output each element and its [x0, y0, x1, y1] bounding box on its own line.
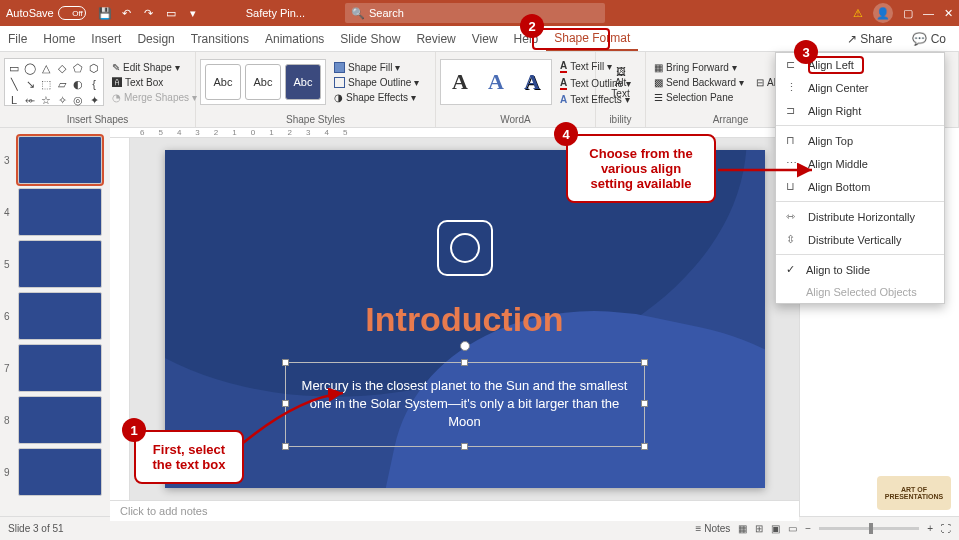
group-shape-styles: Abc Abc Abc Shape Fill ▾ Shape Outline ▾…	[196, 52, 436, 127]
title-bar: AutoSave Off 💾 ↶ ↷ ▭ ▾ Safety Pin... 🔍 S…	[0, 0, 959, 26]
slide-thumbnail[interactable]: 8	[4, 396, 106, 444]
selected-text-box[interactable]: Mercury is the closest planet to the Sun…	[285, 362, 645, 447]
tab-slideshow[interactable]: Slide Show	[332, 26, 408, 51]
align-center-item[interactable]: ⋮Align Center	[776, 76, 944, 99]
view-sorter-icon[interactable]: ⊞	[755, 523, 763, 534]
autosave-toggle[interactable]: AutoSave Off	[0, 6, 92, 20]
selection-pane-button[interactable]: ☰ Selection Pane	[650, 91, 748, 104]
search-icon: 🔍	[351, 7, 365, 20]
group-insert-shapes-label: Insert Shapes	[0, 112, 195, 127]
slide-thumbnail[interactable]: 9	[4, 448, 106, 496]
slide-hero-icon[interactable]	[437, 220, 493, 276]
document-title: Safety Pin...	[246, 7, 305, 19]
annotation-badge-3: 3	[794, 40, 818, 64]
resize-handle[interactable]	[282, 443, 289, 450]
resize-handle[interactable]	[641, 400, 648, 407]
slide-thumbnail[interactable]: 5	[4, 240, 106, 288]
tab-animations[interactable]: Animations	[257, 26, 332, 51]
quick-access-toolbar: 💾 ↶ ↷ ▭ ▾	[92, 6, 206, 20]
group-shape-styles-label: Shape Styles	[196, 112, 435, 127]
annotation-badge-4: 4	[554, 122, 578, 146]
slide-thumbnail[interactable]: 6	[4, 292, 106, 340]
notes-toggle[interactable]: ≡ Notes	[696, 523, 731, 534]
align-dropdown-menu: ⊏Align Left ⋮Align Center ⊐Align Right ⊓…	[775, 52, 945, 304]
slide-thumbnails-panel[interactable]: 3 4 5 6 7 8 9	[0, 128, 110, 516]
view-slideshow-icon[interactable]: ▭	[788, 523, 797, 534]
group-accessibility-label: ibility	[596, 112, 645, 127]
qat-more-icon[interactable]: ▾	[186, 6, 200, 20]
tab-transitions[interactable]: Transitions	[183, 26, 257, 51]
zoom-in-icon[interactable]: +	[927, 523, 933, 534]
tab-review[interactable]: Review	[408, 26, 463, 51]
tab-view[interactable]: View	[464, 26, 506, 51]
alt-text-button[interactable]: 🖼Alt Text	[611, 66, 629, 99]
group-accessibility: 🖼Alt Text ibility	[596, 52, 646, 127]
align-top-item[interactable]: ⊓Align Top	[776, 129, 944, 152]
tab-home[interactable]: Home	[35, 26, 83, 51]
zoom-out-icon[interactable]: −	[805, 523, 811, 534]
rotation-handle[interactable]	[460, 341, 470, 351]
slide-counter: Slide 3 of 51	[8, 523, 64, 534]
slide-title[interactable]: Introduction	[165, 300, 765, 339]
slide-thumbnail[interactable]: 3	[4, 136, 106, 184]
tab-design[interactable]: Design	[129, 26, 182, 51]
shape-fill-button[interactable]: Shape Fill ▾	[330, 61, 423, 74]
distribute-horizontal-item[interactable]: ⇿Distribute Horizontally	[776, 205, 944, 228]
shape-gallery[interactable]: ▭◯△◇⬠⬡ ╲↘⬚▱◐{ L⬰☆✧◎✦	[4, 58, 104, 106]
align-right-item[interactable]: ⊐Align Right	[776, 99, 944, 122]
group-wordart: A A A A Text Fill ▾ A Text Outline ▾ A T…	[436, 52, 596, 127]
resize-handle[interactable]	[641, 359, 648, 366]
resize-handle[interactable]	[282, 400, 289, 407]
shape-style-gallery[interactable]: Abc Abc Abc	[200, 59, 326, 105]
tab-shape-format[interactable]: Shape Format	[546, 26, 638, 51]
align-selected-objects-item: Align Selected Objects	[776, 281, 944, 303]
slide-thumbnail[interactable]: 7	[4, 344, 106, 392]
annotation-callout-4: Choose from the various align setting av…	[566, 134, 716, 203]
share-button[interactable]: ↗ Share	[840, 29, 899, 49]
resize-handle[interactable]	[461, 359, 468, 366]
notes-pane[interactable]: Click to add notes	[110, 500, 799, 521]
align-middle-item[interactable]: ⋯Align Middle	[776, 152, 944, 175]
search-box[interactable]: 🔍 Search	[345, 3, 605, 23]
undo-icon[interactable]: ↶	[120, 6, 134, 20]
resize-handle[interactable]	[282, 359, 289, 366]
zoom-slider[interactable]	[819, 527, 919, 530]
group-insert-shapes: ▭◯△◇⬠⬡ ╲↘⬚▱◐{ L⬰☆✧◎✦ ✎ Edit Shape ▾ 🅰 Te…	[0, 52, 196, 127]
comments-button[interactable]: 💬 Co	[905, 29, 953, 49]
redo-icon[interactable]: ↷	[142, 6, 156, 20]
slide-thumbnail[interactable]: 4	[4, 188, 106, 236]
text-box-button[interactable]: 🅰 Text Box	[108, 76, 201, 89]
edit-shape-button[interactable]: ✎ Edit Shape ▾	[108, 61, 201, 74]
tab-insert[interactable]: Insert	[83, 26, 129, 51]
warning-icon[interactable]: ⚠	[853, 7, 863, 20]
resize-handle[interactable]	[461, 443, 468, 450]
ribbon-options-icon[interactable]: ▢	[903, 7, 913, 20]
start-slideshow-icon[interactable]: ▭	[164, 6, 178, 20]
search-placeholder: Search	[369, 7, 404, 19]
send-backward-button[interactable]: ▩ Send Backward ▾	[650, 76, 748, 89]
fit-to-window-icon[interactable]: ⛶	[941, 523, 951, 534]
close-icon[interactable]: ✕	[944, 7, 953, 20]
view-normal-icon[interactable]: ▦	[738, 523, 747, 534]
resize-handle[interactable]	[641, 443, 648, 450]
shape-outline-button[interactable]: Shape Outline ▾	[330, 76, 423, 89]
wordart-gallery[interactable]: A A A	[440, 59, 552, 105]
align-bottom-item[interactable]: ⊔Align Bottom	[776, 175, 944, 198]
user-avatar[interactable]: 👤	[873, 3, 893, 23]
align-to-slide-item[interactable]: ✓Align to Slide	[776, 258, 944, 281]
watermark-logo: ART OF PRESENTATIONS	[877, 476, 951, 510]
annotation-badge-1: 1	[122, 418, 146, 442]
save-icon[interactable]: 💾	[98, 6, 112, 20]
merge-shapes-button: ◔ Merge Shapes ▾	[108, 91, 201, 104]
distribute-vertical-item[interactable]: ⇳Distribute Vertically	[776, 228, 944, 251]
view-reading-icon[interactable]: ▣	[771, 523, 780, 534]
shape-effects-button[interactable]: ◑ Shape Effects ▾	[330, 91, 423, 104]
annotation-badge-2: 2	[520, 14, 544, 38]
bring-forward-button[interactable]: ▦ Bring Forward ▾	[650, 61, 748, 74]
tab-file[interactable]: File	[0, 26, 35, 51]
annotation-callout-1: First, select the text box	[134, 430, 244, 484]
vertical-ruler	[110, 138, 130, 500]
minimize-icon[interactable]: —	[923, 7, 934, 19]
